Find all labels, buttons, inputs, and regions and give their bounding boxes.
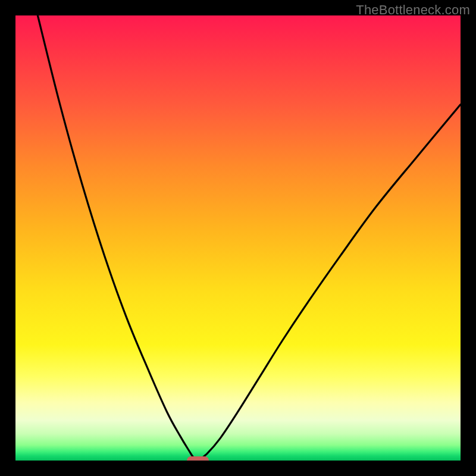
curve-right-branch — [198, 105, 461, 461]
watermark-text: TheBottleneck.com — [356, 2, 470, 18]
bottleneck-curve — [15, 15, 461, 461]
curve-left-branch — [37, 15, 198, 461]
optimum-marker — [187, 456, 209, 461]
plot-frame — [15, 15, 461, 461]
